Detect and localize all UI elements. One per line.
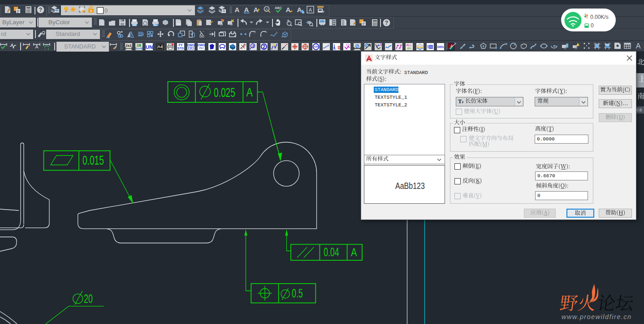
svg-text:0: 0: [338, 45, 341, 50]
svg-text:ALL: ALL: [406, 44, 412, 47]
svg-text:A: A: [265, 7, 268, 12]
svg-text:ABC: ABC: [275, 6, 282, 10]
svg-text:A: A: [244, 6, 249, 13]
svg-text:A: A: [351, 246, 357, 259]
svg-text:?: ?: [39, 7, 42, 13]
svg-text:A: A: [636, 42, 641, 50]
svg-text:0.015: 0.015: [82, 153, 104, 168]
svg-text:G01: G01: [437, 45, 444, 49]
svg-text:0.5: 0.5: [292, 287, 303, 301]
svg-text:FY: FY: [179, 44, 183, 47]
svg-text:A: A: [286, 6, 291, 13]
svg-text:DWG: DWG: [198, 44, 205, 47]
svg-text:A: A: [254, 6, 259, 13]
svg-text:A: A: [246, 85, 253, 99]
svg-text:DWG: DWG: [187, 44, 194, 47]
svg-text:2±1: 2±1: [125, 44, 132, 48]
svg-text:CR: CR: [314, 45, 318, 48]
svg-text:XY: XY: [400, 44, 402, 47]
svg-text:A: A: [235, 6, 240, 13]
svg-text:UN: UN: [146, 44, 153, 50]
svg-text:0.0: 0.0: [346, 44, 350, 46]
svg-text:A: A: [309, 7, 312, 13]
svg-text:dim: dim: [407, 47, 411, 50]
svg-text:A: A: [35, 44, 39, 49]
svg-text:A4: A4: [157, 44, 163, 49]
svg-text:0.025: 0.025: [214, 85, 235, 100]
svg-text:2: 2: [252, 44, 255, 48]
svg-text:2: 2: [263, 44, 265, 49]
svg-text:STD: STD: [177, 47, 184, 50]
svg-text:±6: ±6: [137, 43, 141, 48]
svg-text:0.04: 0.04: [324, 245, 339, 259]
svg-text:?: ?: [385, 20, 388, 26]
svg-text:5: 5: [380, 43, 382, 46]
svg-text:20: 20: [84, 292, 93, 306]
